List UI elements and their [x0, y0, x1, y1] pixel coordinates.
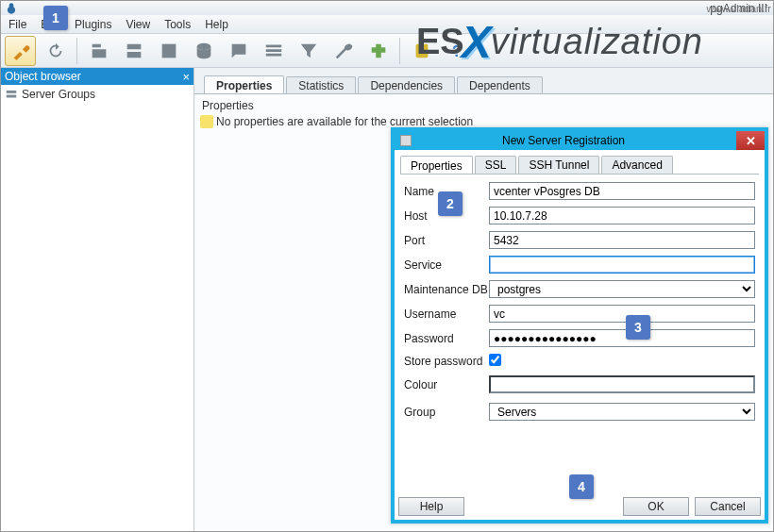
dialog-title: New Server Registration — [417, 134, 736, 147]
dialog-icon — [400, 135, 412, 146]
toolbar-refresh-icon[interactable] — [40, 36, 71, 66]
colour-picker[interactable] — [489, 375, 755, 393]
input-host[interactable] — [489, 207, 755, 224]
toolbar-wrench-icon[interactable] — [328, 36, 359, 66]
label-user: Username — [404, 308, 489, 321]
toolbar-sql-icon[interactable] — [188, 36, 219, 66]
server-group-icon — [5, 88, 18, 101]
dialog-new-server: New Server Registration ✕ Properties SSL… — [391, 127, 768, 524]
callout-3: 3 — [626, 315, 650, 340]
menu-tools[interactable]: Tools — [164, 18, 191, 31]
svg-rect-5 — [7, 95, 17, 98]
info-icon — [200, 115, 213, 128]
banner-x: X — [462, 16, 493, 68]
menu-help[interactable]: Help — [205, 18, 228, 31]
toolbar-new-icon[interactable] — [118, 36, 149, 66]
input-username[interactable] — [489, 305, 755, 323]
detail-empty-msg: No properties are available for the curr… — [216, 115, 473, 128]
tab-properties[interactable]: Properties — [204, 75, 284, 93]
main-tabs: Properties Statistics Dependencies Depen… — [194, 75, 773, 94]
select-group[interactable]: Servers — [489, 403, 755, 421]
object-tree[interactable]: Server Groups — [1, 85, 194, 532]
tree-node-server-groups[interactable]: Server Groups — [5, 88, 190, 101]
toolbar-connect-icon[interactable] — [5, 36, 36, 66]
label-pass: Password — [404, 332, 489, 345]
toolbar-puzzle-icon[interactable] — [362, 36, 394, 66]
input-name[interactable] — [489, 182, 755, 200]
banner-es: ES — [416, 22, 464, 61]
input-port[interactable] — [489, 231, 755, 249]
button-cancel[interactable]: Cancel — [695, 497, 761, 516]
toolbar-properties-icon[interactable] — [83, 36, 114, 66]
toolbar-drop-icon[interactable] — [153, 36, 184, 66]
app-icon — [5, 2, 18, 15]
detail-empty-row: No properties are available for the curr… — [200, 115, 767, 128]
dialog-tab-sshtunnel[interactable]: SSH Tunnel — [518, 156, 599, 174]
toolbar-chat-icon[interactable] — [223, 36, 254, 66]
menu-file[interactable]: File — [8, 18, 26, 31]
tab-dependents[interactable]: Dependents — [457, 76, 543, 93]
dialog-close-icon[interactable]: ✕ — [736, 131, 765, 150]
menu-plugins[interactable]: Plugins — [75, 18, 111, 31]
input-service[interactable] — [489, 256, 755, 274]
dialog-tab-ssl[interactable]: SSL — [475, 156, 517, 174]
tab-dependencies[interactable]: Dependencies — [358, 76, 455, 93]
checkbox-store-password[interactable] — [489, 354, 501, 366]
dialog-footer: Help OK Cancel — [398, 497, 761, 516]
label-store: Store password — [404, 355, 489, 368]
sidebar-header: Object browser × — [1, 68, 194, 85]
detail-heading: Properties — [200, 96, 767, 115]
label-service: Service — [404, 258, 489, 272]
toolbar-viewdata-icon[interactable] — [258, 36, 289, 66]
callout-1: 1 — [43, 6, 68, 30]
select-maintenance-db[interactable]: postgres — [489, 280, 755, 298]
dialog-tab-advanced[interactable]: Advanced — [601, 156, 672, 174]
sidebar-close-icon[interactable]: × — [182, 70, 190, 84]
label-group: Group — [404, 406, 489, 419]
svg-rect-0 — [161, 43, 176, 58]
button-help[interactable]: Help — [398, 497, 464, 516]
callout-2: 2 — [438, 191, 463, 216]
input-password[interactable] — [489, 329, 755, 347]
button-ok[interactable]: OK — [623, 497, 689, 516]
svg-point-1 — [196, 42, 210, 49]
callout-4: 4 — [569, 474, 594, 499]
menu-view[interactable]: View — [126, 18, 150, 31]
tab-statistics[interactable]: Statistics — [286, 76, 356, 93]
dialog-tab-properties[interactable]: Properties — [400, 156, 473, 174]
sidebar-title: Object browser — [5, 70, 81, 83]
tree-node-label: Server Groups — [22, 88, 95, 101]
toolbar-filter-icon[interactable] — [293, 36, 324, 66]
dialog-tabs: Properties SSL SSH Tunnel Advanced — [400, 156, 759, 175]
banner-rest: virtualization — [491, 22, 703, 61]
dialog-titlebar: New Server Registration ✕ — [395, 131, 765, 150]
label-port: Port — [404, 234, 489, 247]
label-colour: Colour — [404, 378, 489, 391]
svg-rect-4 — [7, 91, 17, 93]
esx-banner: ESXvirtualization — [416, 12, 771, 64]
label-mdb: Maintenance DB — [404, 283, 489, 296]
sidebar: Object browser × Server Groups — [1, 68, 194, 532]
